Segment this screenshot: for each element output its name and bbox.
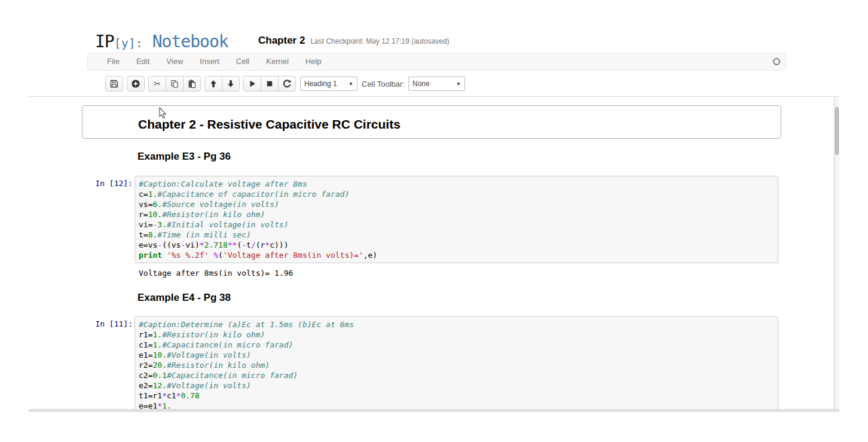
notebook-title[interactable]: Chapter 2 <box>258 35 305 47</box>
heading2-cell[interactable]: Example E3 - Pg 36 <box>82 151 781 162</box>
code-input-area[interactable]: #Caption:Calculate voltage after 8msc=1.… <box>135 176 778 263</box>
menu-item-help[interactable]: Help <box>297 53 330 70</box>
logo-ip: IP <box>95 32 114 51</box>
notebook-scroll-area: Chapter 2 - Resistive Capacitive RC Circ… <box>0 97 868 409</box>
notebook-cells: Chapter 2 - Resistive Capacitive RC Circ… <box>82 97 781 409</box>
checkpoint-status: Last Checkpoint: May 12 17:19 (autosaved… <box>310 37 449 45</box>
code-input-area[interactable]: #Caption:Determine (a)Ec at 1.5ms (b)Ec … <box>135 316 778 409</box>
cut-cell-button[interactable]: ✂ <box>148 76 166 92</box>
save-button[interactable] <box>105 76 123 92</box>
input-prompt: In [12]: <box>82 176 135 263</box>
copy-cell-button[interactable] <box>166 76 184 92</box>
heading-text: Example E4 - Pg 38 <box>82 292 781 303</box>
cell-output: Voltage after 8ms(in volts)= 1.96 <box>139 268 781 278</box>
chevron-down-icon: ▼ <box>456 81 461 87</box>
ipython-logo[interactable]: IP[y]: Notebook <box>95 32 228 51</box>
code-cell[interactable]: In [11]:#Caption:Determine (a)Ec at 1.5m… <box>82 316 781 409</box>
logo-y: [y]: <box>114 36 143 50</box>
site-bottom-edge <box>29 409 839 412</box>
input-prompt: In [11]: <box>82 316 135 409</box>
scrollbar[interactable] <box>834 97 839 409</box>
copy-icon <box>170 79 179 89</box>
heading1-cell[interactable]: Chapter 2 - Resistive Capacitive RC Circ… <box>82 105 781 139</box>
play-icon <box>247 79 257 89</box>
plus-circle-icon <box>131 79 140 89</box>
floppy-icon <box>109 79 119 89</box>
code-cell[interactable]: In [12]:#Caption:Calculate voltage after… <box>82 176 781 278</box>
menu-item-view[interactable]: View <box>158 53 191 70</box>
scrollbar-thumb[interactable] <box>835 107 839 155</box>
move-cell-down-button[interactable] <box>222 76 240 92</box>
menu-item-kernel[interactable]: Kernel <box>258 53 297 70</box>
code-text: #Caption:Calculate voltage after 8msc=1.… <box>139 179 774 260</box>
run-cell-button[interactable] <box>243 76 261 92</box>
app-window: IP[y]: Notebook Chapter 2 Last Checkpoin… <box>0 0 868 442</box>
stop-icon <box>265 79 274 89</box>
scissors-icon: ✂ <box>154 80 161 88</box>
cell-toolbar-select[interactable]: None ▼ <box>408 77 465 91</box>
toolbar: ✂ <box>105 76 465 92</box>
cell-toolbar-value: None <box>412 80 430 88</box>
move-cell-up-button[interactable] <box>204 76 222 92</box>
code-text: #Caption:Determine (a)Ec at 1.5ms (b)Ec … <box>139 319 774 409</box>
mouse-cursor <box>159 107 167 120</box>
add-cell-button[interactable] <box>127 76 145 92</box>
menubar: FileEditViewInsertCellKernelHelp <box>87 53 786 71</box>
menu-item-insert[interactable]: Insert <box>191 53 228 70</box>
logo-notebook: Notebook <box>143 32 228 51</box>
restart-kernel-button[interactable] <box>278 76 296 92</box>
cell-toolbar-label: Cell Toolbar: <box>362 80 405 89</box>
menu-item-file[interactable]: File <box>99 53 128 70</box>
paste-icon <box>187 79 197 89</box>
cell-type-select[interactable]: Heading 1 ▼ <box>300 77 357 91</box>
cell-type-value: Heading 1 <box>304 80 337 88</box>
arrow-down-icon <box>226 79 236 89</box>
arrow-up-icon <box>209 79 218 89</box>
interrupt-kernel-button[interactable] <box>261 76 279 92</box>
menu-list: FileEditViewInsertCellKernelHelp <box>88 53 786 70</box>
heading-text: Example E3 - Pg 36 <box>82 151 781 162</box>
menu-item-cell[interactable]: Cell <box>228 53 258 70</box>
chevron-down-icon: ▼ <box>349 81 353 87</box>
heading2-cell[interactable]: Example E4 - Pg 38 <box>82 292 781 303</box>
notebook-title-area: Chapter 2 Last Checkpoint: May 12 17:19 … <box>258 35 450 47</box>
heading-text: Chapter 2 - Resistive Capacitive RC Circ… <box>82 106 781 131</box>
repeat-icon <box>282 79 292 89</box>
kernel-indicator-icon <box>773 58 780 65</box>
menu-item-edit[interactable]: Edit <box>128 53 158 70</box>
paste-cell-button[interactable] <box>183 76 201 92</box>
